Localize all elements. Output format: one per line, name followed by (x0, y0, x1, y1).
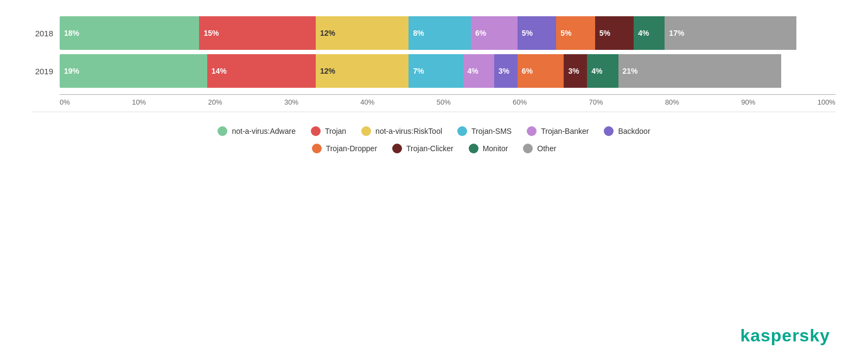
x-axis-tick: 10% (132, 98, 146, 106)
x-axis-tick: 80% (665, 98, 679, 106)
bar-segment: 3% (494, 54, 518, 88)
legend-row-1: Trojan-DropperTrojan-ClickerMonitorOther (312, 144, 557, 153)
legend-item: Monitor (469, 144, 508, 153)
legend-label: Trojan-Banker (541, 127, 589, 135)
bar-segment: 4% (463, 54, 494, 88)
legend-item: Trojan-SMS (457, 126, 512, 136)
bar-segment: 17% (665, 16, 796, 50)
bar-segment: 12% (316, 16, 409, 50)
legend-dot (527, 126, 537, 136)
bar-segment: 18% (60, 16, 199, 50)
bar-segment: 19% (60, 54, 207, 88)
legend-dot (457, 126, 467, 136)
bar-segment: 15% (199, 16, 316, 50)
chart-area: 2018 18%15%12%8%6%5%5%5%4%17% 2019 19%14… (33, 16, 835, 106)
bar-segment: 6% (518, 54, 564, 88)
legend-row-0: not-a-virus:AdwareTrojannot-a-virus:Risk… (218, 126, 650, 136)
bar-segment: 5% (518, 16, 557, 50)
bar-row-2018: 2018 18%15%12%8%6%5%5%5%4%17% (33, 16, 835, 50)
divider (33, 112, 835, 112)
bar-segment: 21% (618, 54, 781, 88)
bar-row-2019: 2019 19%14%12%7%4%3%6%3%4%21% (33, 54, 835, 88)
legend-label: not-a-virus:Adware (232, 127, 296, 135)
bar-segment: 4% (587, 54, 618, 88)
legend-dot (392, 144, 402, 153)
legend-item: Other (523, 144, 556, 153)
legend-item: Trojan-Clicker (392, 144, 454, 153)
bar-2019: 19%14%12%7%4%3%6%3%4%21% (60, 54, 835, 88)
x-axis-tick: 40% (360, 98, 374, 106)
year-label-2018: 2018 (33, 29, 60, 38)
legend-item: not-a-virus:RiskTool (361, 126, 442, 136)
legend-area: not-a-virus:AdwareTrojannot-a-virus:Risk… (33, 126, 835, 153)
x-axis-tick: 50% (437, 98, 451, 106)
bar-segment: 4% (634, 16, 665, 50)
bar-segment: 14% (207, 54, 316, 88)
legend-label: Trojan-Clicker (406, 144, 454, 153)
legend-dot (311, 126, 321, 136)
bar-segment: 12% (316, 54, 409, 88)
bar-segment: 7% (409, 54, 463, 88)
legend-label: Trojan-Dropper (326, 144, 377, 153)
x-axis-tick: 0% (60, 98, 70, 106)
x-axis-tick: 60% (513, 98, 527, 106)
bar-segment: 6% (471, 16, 518, 50)
x-axis-tick: 90% (741, 98, 755, 106)
x-axis-tick: 70% (589, 98, 603, 106)
legend-label: Trojan (325, 127, 346, 135)
legend-item: Trojan-Banker (527, 126, 589, 136)
x-axis-tick: 100% (818, 98, 835, 106)
bar-segment: 5% (595, 16, 634, 50)
x-axis-row: 0%10%20%30%40%50%60%70%80%90%100% (33, 94, 835, 106)
legend-dot (361, 126, 371, 136)
bar-segment: 5% (556, 16, 595, 50)
legend-dot (218, 126, 227, 136)
kaspersky-logo: kaspersky (740, 326, 830, 346)
legend-label: Monitor (483, 144, 508, 153)
year-label-2019: 2019 (33, 67, 60, 76)
legend-label: Backdoor (618, 127, 650, 135)
legend-dot (312, 144, 322, 153)
legend-dot (523, 144, 533, 153)
legend-item: Trojan-Dropper (312, 144, 377, 153)
legend-item: not-a-virus:Adware (218, 126, 296, 136)
x-axis: 0%10%20%30%40%50%60%70%80%90%100% (60, 94, 835, 106)
legend-item: Trojan (311, 126, 346, 136)
bar-segment: 3% (564, 54, 587, 88)
x-axis-tick: 30% (284, 98, 298, 106)
x-axis-tick: 20% (208, 98, 222, 106)
legend-item: Backdoor (604, 126, 650, 136)
bar-segment: 8% (409, 16, 470, 50)
legend-label: not-a-virus:RiskTool (375, 127, 442, 135)
legend-dot (469, 144, 478, 153)
bar-2018: 18%15%12%8%6%5%5%5%4%17% (60, 16, 835, 50)
legend-label: Other (537, 144, 556, 153)
legend-label: Trojan-SMS (471, 127, 512, 135)
legend-dot (604, 126, 614, 136)
